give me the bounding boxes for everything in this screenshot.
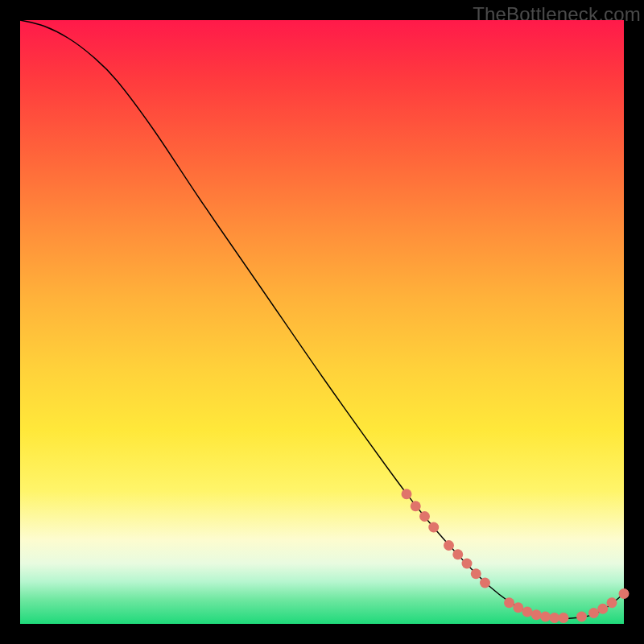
- data-marker: [576, 612, 587, 622]
- chart-stage: TheBottleneck.com: [0, 0, 644, 644]
- data-marker: [531, 609, 542, 620]
- bottleneck-curve: [20, 20, 624, 619]
- data-marker: [402, 489, 412, 499]
- data-marker: [619, 588, 630, 599]
- plot-area: [20, 20, 624, 624]
- data-marker: [452, 549, 463, 559]
- data-marker: [504, 597, 514, 608]
- data-marker: [471, 568, 481, 579]
- bottleneck-markers: [402, 489, 630, 623]
- data-marker: [513, 602, 523, 613]
- chart-svg: [20, 20, 624, 624]
- data-marker: [480, 578, 490, 588]
- data-marker: [597, 604, 608, 614]
- data-marker: [559, 613, 569, 623]
- data-marker: [549, 613, 559, 623]
- data-marker: [428, 522, 439, 533]
- data-marker: [588, 608, 599, 618]
- data-marker: [419, 511, 430, 522]
- data-marker: [462, 559, 473, 569]
- data-marker: [522, 607, 533, 617]
- data-marker: [444, 540, 454, 551]
- data-marker: [607, 597, 617, 608]
- data-marker: [540, 612, 551, 622]
- data-marker: [411, 501, 421, 511]
